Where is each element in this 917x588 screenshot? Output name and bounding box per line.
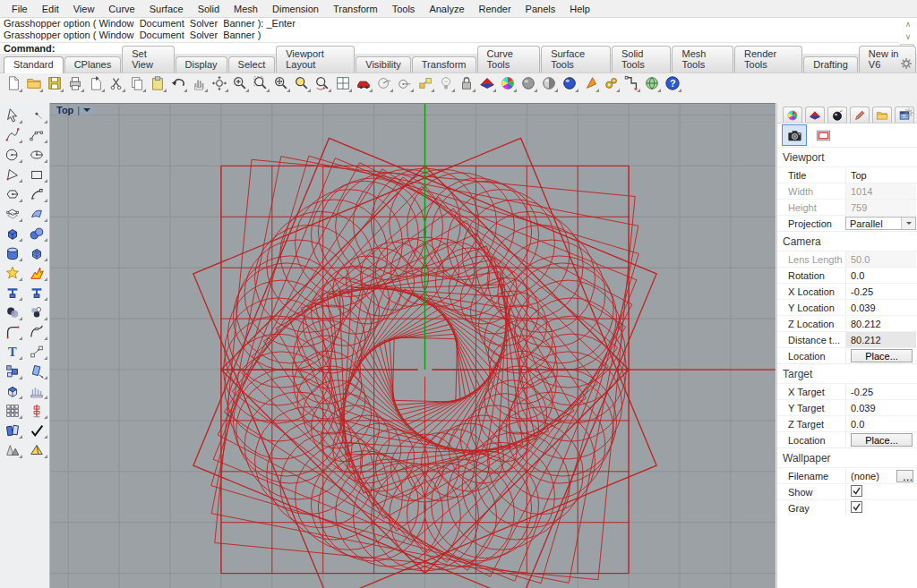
set-cplane-icon[interactable] bbox=[373, 74, 394, 93]
lock-icon[interactable] bbox=[456, 74, 476, 93]
property-value[interactable]: 0.039 bbox=[845, 300, 916, 315]
toolbar-tab-viewport-layout[interactable]: Viewport Layout bbox=[276, 46, 355, 72]
zoom-window-icon[interactable] bbox=[250, 74, 270, 93]
viewport-layout-icon[interactable] bbox=[332, 74, 353, 93]
toolbar-tab-select[interactable]: Select bbox=[228, 56, 276, 72]
property-value[interactable]: 0.0 bbox=[845, 416, 916, 431]
property-value[interactable]: 0.039 bbox=[845, 400, 916, 415]
scroll-up-icon[interactable]: ∧ bbox=[905, 20, 912, 29]
color-wheel-icon[interactable] bbox=[497, 74, 518, 93]
rectangular-array-icon[interactable] bbox=[1, 401, 23, 420]
browse-button[interactable]: ... bbox=[896, 470, 913, 482]
viewport-title[interactable]: Top | bbox=[53, 105, 94, 115]
menu-surface[interactable]: Surface bbox=[142, 2, 191, 16]
lamp-icon[interactable] bbox=[435, 74, 456, 93]
apply-icon[interactable] bbox=[26, 421, 48, 439]
zoom-in-icon[interactable] bbox=[229, 74, 250, 93]
property-value[interactable]: -0.25 bbox=[845, 384, 916, 399]
export-icon[interactable] bbox=[85, 74, 106, 93]
shaded-view-icon[interactable] bbox=[518, 74, 538, 93]
cut-icon[interactable] bbox=[106, 74, 126, 93]
toolbar-tab-visibility[interactable]: Visibility bbox=[356, 56, 411, 72]
rectangle-icon[interactable] bbox=[26, 165, 48, 183]
menu-curve[interactable]: Curve bbox=[101, 2, 141, 16]
explode-icon[interactable] bbox=[1, 263, 23, 282]
render-icon[interactable] bbox=[559, 74, 579, 93]
toolbar-tab-transform[interactable]: Transform bbox=[412, 56, 476, 72]
block-icon[interactable] bbox=[1, 362, 23, 380]
layer-state-icon[interactable] bbox=[415, 74, 435, 93]
fillet-corner-icon[interactable] bbox=[1, 322, 23, 341]
place-button[interactable]: Place... bbox=[851, 433, 913, 447]
control-point-curve-icon[interactable] bbox=[1, 125, 23, 144]
property-value[interactable]: -0.25 bbox=[845, 284, 916, 299]
move-points-icon[interactable] bbox=[26, 342, 48, 361]
options-icon[interactable] bbox=[600, 74, 621, 93]
chevron-down-icon[interactable] bbox=[901, 217, 915, 229]
menu-dimension[interactable]: Dimension bbox=[265, 2, 326, 16]
tab-options-gear-icon[interactable] bbox=[899, 56, 913, 71]
property-value[interactable]: 0.0 bbox=[845, 268, 916, 283]
sphere-icon[interactable] bbox=[26, 224, 48, 243]
display-mode-panel-tab-icon[interactable] bbox=[805, 107, 825, 123]
menu-edit[interactable]: Edit bbox=[35, 2, 66, 16]
toolbar-tab-standard[interactable]: Standard bbox=[4, 56, 64, 73]
mesh-box-icon[interactable] bbox=[26, 243, 48, 262]
array-curve-icon[interactable] bbox=[26, 401, 48, 420]
menu-transform[interactable]: Transform bbox=[326, 2, 385, 16]
menu-render[interactable]: Render bbox=[472, 2, 518, 16]
trim-icon[interactable] bbox=[1, 421, 23, 439]
menu-help[interactable]: Help bbox=[562, 2, 597, 16]
viewport-menu-chevron-icon[interactable] bbox=[83, 108, 90, 115]
select-cursor-icon[interactable] bbox=[1, 106, 23, 124]
zoom-selected-icon[interactable] bbox=[291, 74, 312, 93]
menu-file[interactable]: File bbox=[4, 2, 35, 16]
menu-panels[interactable]: Panels bbox=[518, 2, 563, 16]
camera-properties-subtab-icon[interactable] bbox=[782, 124, 807, 146]
extrude-icon[interactable] bbox=[1, 381, 23, 400]
projection-dropdown[interactable]: Parallel bbox=[845, 217, 916, 230]
menu-analyze[interactable]: Analyze bbox=[422, 2, 471, 16]
notes-panel-tab-icon[interactable] bbox=[850, 107, 870, 123]
array-vertical-icon[interactable] bbox=[26, 381, 48, 400]
display-panel-tab-icon[interactable] bbox=[783, 107, 802, 123]
text-icon[interactable]: T bbox=[1, 342, 23, 361]
named-view-icon[interactable] bbox=[353, 74, 373, 93]
record-history-icon[interactable] bbox=[621, 74, 641, 93]
zoom-back-icon[interactable] bbox=[312, 74, 332, 93]
help-icon[interactable]: ? bbox=[662, 74, 682, 93]
paste-icon[interactable] bbox=[147, 74, 167, 93]
toolbar-tab-curve-tools[interactable]: Curve Tools bbox=[477, 46, 541, 72]
rotate-view-icon[interactable] bbox=[209, 74, 229, 93]
blend-curve-icon[interactable] bbox=[26, 322, 48, 341]
surface-points-icon[interactable] bbox=[1, 204, 23, 223]
freeform-curve-icon[interactable] bbox=[26, 184, 48, 203]
fillet-surface-icon[interactable] bbox=[26, 263, 48, 282]
save-file-icon[interactable] bbox=[44, 74, 64, 93]
toolbar-tab-mesh-tools[interactable]: Mesh Tools bbox=[672, 46, 733, 72]
web-browser-panel-tab-icon[interactable] bbox=[827, 107, 847, 123]
menu-solid[interactable]: Solid bbox=[191, 2, 227, 16]
gray-checkbox[interactable] bbox=[851, 501, 862, 515]
polygon-icon[interactable] bbox=[1, 184, 23, 203]
print-icon[interactable] bbox=[64, 74, 85, 93]
circle-icon[interactable] bbox=[1, 145, 23, 164]
box-icon[interactable] bbox=[1, 224, 23, 243]
show-checkbox[interactable] bbox=[851, 485, 862, 499]
toolbar-tab-render-tools[interactable]: Render Tools bbox=[734, 46, 802, 72]
copy-icon[interactable] bbox=[126, 74, 147, 93]
toolbar-tab-set-view[interactable]: Set View bbox=[122, 46, 174, 72]
rendered-view-icon[interactable] bbox=[538, 74, 559, 93]
open-file-icon[interactable] bbox=[23, 74, 44, 93]
panel-options-gear-icon[interactable] bbox=[903, 107, 915, 119]
curved-surface-icon[interactable] bbox=[26, 204, 48, 223]
earth-icon[interactable] bbox=[641, 74, 662, 93]
polyline-icon[interactable] bbox=[1, 165, 23, 183]
patch-icon[interactable] bbox=[26, 440, 48, 459]
viewport-canvas[interactable] bbox=[50, 104, 776, 588]
viewport-properties-subtab-icon[interactable] bbox=[810, 124, 836, 146]
property-value[interactable]: 80.212 bbox=[845, 316, 916, 331]
cylinder-icon[interactable] bbox=[1, 243, 23, 262]
zoom-extents-icon[interactable] bbox=[270, 74, 291, 93]
scroll-down-icon[interactable]: ∨ bbox=[905, 32, 912, 41]
